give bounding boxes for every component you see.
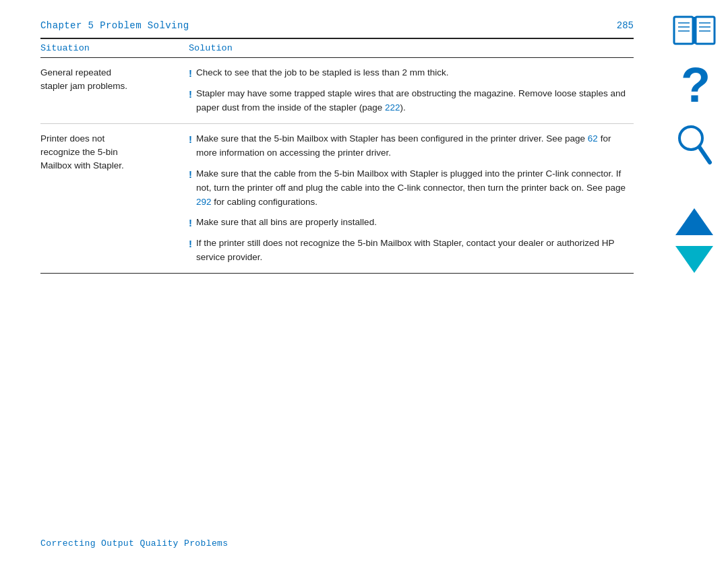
bullet-item: ! Stapler may have some trapped staple w…	[189, 87, 634, 115]
bullet-item: ! Make sure that the 5-bin Mailbox with …	[189, 132, 634, 160]
chapter-title: Chapter 5 Problem Solving	[40, 20, 189, 31]
arrow-group	[675, 208, 713, 273]
table-row: General repeatedstapler jam problems. ! …	[40, 58, 634, 124]
bullet-item: ! If the printer still does not recogniz…	[189, 237, 634, 265]
question-icon[interactable]: ?	[677, 63, 711, 110]
bullet-item: ! Check to see that the job to be staple…	[189, 66, 634, 80]
sidebar-icons: ?	[667, 13, 721, 273]
bullet-text: Stapler may have some trapped staple wir…	[196, 87, 634, 115]
main-content: Chapter 5 Problem Solving 285 Situation …	[40, 20, 634, 542]
bullet-item: ! Make sure that the cable from the 5-bi…	[189, 167, 634, 210]
bullet-text: Check to see that the job to be stapled …	[196, 66, 634, 80]
header-line: Chapter 5 Problem Solving 285	[40, 20, 634, 31]
solution-cell: ! Check to see that the job to be staple…	[189, 66, 634, 115]
bullet-text: Make sure that the 5-bin Mailbox with St…	[196, 132, 634, 160]
arrow-down-button[interactable]	[675, 246, 713, 273]
svg-rect-1	[696, 17, 715, 44]
svg-text:?: ?	[681, 63, 710, 110]
col-header-situation: Situation	[40, 43, 189, 53]
bullet-text: Make sure that the cable from the 5-bin …	[196, 167, 634, 210]
bullet-mark: !	[189, 167, 192, 181]
bullet-text: If the printer still does not recognize …	[196, 237, 634, 265]
problems-table: Situation Solution General repeatedstapl…	[40, 38, 634, 274]
bullet-mark: !	[189, 132, 192, 146]
bullet-item: ! Make sure that all bins are properly i…	[189, 216, 634, 230]
footer-link[interactable]: Correcting Output Quality Problems	[40, 538, 229, 549]
bullet-mark: !	[189, 87, 192, 101]
page-link-292[interactable]: 292	[196, 197, 212, 207]
situation-cell: Printer does notrecognize the 5-binMailb…	[40, 132, 189, 173]
table-row: Printer does notrecognize the 5-binMailb…	[40, 124, 634, 273]
svg-line-11	[700, 148, 710, 162]
page-link-62[interactable]: 62	[588, 133, 598, 144]
svg-rect-0	[674, 17, 693, 44]
col-header-solution: Solution	[189, 43, 634, 53]
table-header: Situation Solution	[40, 39, 634, 58]
arrow-up-button[interactable]	[675, 208, 713, 235]
situation-cell: General repeatedstapler jam problems.	[40, 66, 189, 94]
magnifier-icon[interactable]	[676, 122, 713, 169]
page-link-222[interactable]: 222	[385, 102, 400, 113]
book-icon[interactable]	[671, 13, 717, 51]
bullet-text: Make sure that all bins are properly ins…	[196, 216, 634, 230]
bullet-mark: !	[189, 237, 192, 251]
solution-cell: ! Make sure that the 5-bin Mailbox with …	[189, 132, 634, 265]
bullet-mark: !	[189, 66, 192, 80]
bullet-mark: !	[189, 216, 192, 230]
page-number: 285	[617, 20, 634, 31]
